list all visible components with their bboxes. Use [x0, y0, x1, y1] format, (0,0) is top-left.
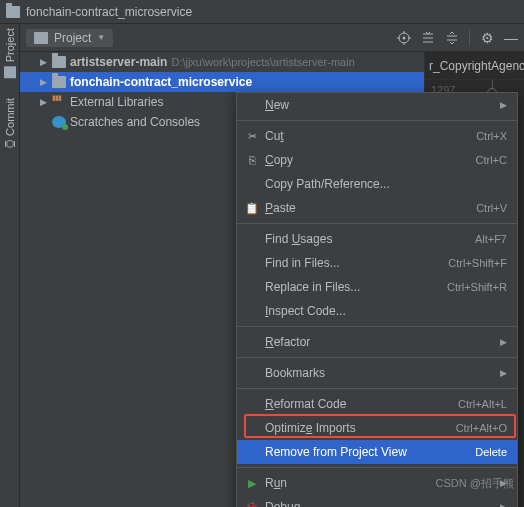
- debug-icon: 🐞: [243, 501, 261, 508]
- scratches-icon: [52, 116, 66, 128]
- editor-tab[interactable]: r_CopyrightAgency: [425, 52, 524, 80]
- expand-icon[interactable]: ▶: [38, 77, 48, 87]
- menu-new[interactable]: New ▶: [237, 93, 517, 117]
- tree-item-label: External Libraries: [70, 95, 163, 109]
- menu-label: Inspect Code...: [265, 304, 507, 318]
- menu-label: Remove from Project View: [265, 445, 475, 459]
- hide-icon[interactable]: —: [504, 31, 518, 45]
- submenu-arrow-icon: ▶: [500, 502, 507, 507]
- folder-icon: [6, 6, 20, 18]
- submenu-arrow-icon: ▶: [500, 368, 507, 378]
- shortcut: Ctrl+X: [476, 130, 507, 142]
- project-view-selector[interactable]: Project ▼: [26, 29, 113, 47]
- tree-item-label: Scratches and Consoles: [70, 115, 200, 129]
- expand-icon[interactable]: ▶: [38, 57, 48, 67]
- shortcut: Ctrl+V: [476, 202, 507, 214]
- rail-commit-tab[interactable]: Commit: [4, 98, 16, 148]
- rail-project-tab[interactable]: Project: [4, 28, 16, 78]
- scissors-icon: ✂: [243, 130, 261, 143]
- shortcut: Ctrl+C: [476, 154, 507, 166]
- shortcut: Delete: [475, 446, 507, 458]
- context-menu: New ▶ ✂ Cut Ctrl+X ⎘ Copy Ctrl+C Copy Pa…: [236, 92, 518, 507]
- watermark: CSDN @招手熊: [436, 476, 514, 491]
- menu-label: Reformat Code: [265, 397, 458, 411]
- menu-label: Paste: [265, 201, 476, 215]
- svg-point-1: [403, 36, 406, 39]
- project-icon: [4, 66, 16, 78]
- collapse-all-icon[interactable]: [445, 31, 459, 45]
- menu-paste[interactable]: 📋 Paste Ctrl+V: [237, 196, 517, 220]
- menu-remove-from-project-view[interactable]: Remove from Project View Delete: [237, 440, 517, 464]
- run-icon: ▶: [243, 477, 261, 490]
- shortcut: Ctrl+Shift+F: [448, 257, 507, 269]
- menu-bookmarks[interactable]: Bookmarks ▶: [237, 361, 517, 385]
- menu-label: Replace in Files...: [265, 280, 447, 294]
- menu-label: Refactor: [265, 335, 494, 349]
- menu-copy[interactable]: ⎘ Copy Ctrl+C: [237, 148, 517, 172]
- menu-label: Debug: [265, 500, 494, 507]
- submenu-arrow-icon: ▶: [500, 100, 507, 110]
- folder-icon: [34, 32, 48, 44]
- tree-row-selected[interactable]: ▶ fonchain-contract_microservice: [20, 72, 424, 92]
- menu-separator: [237, 326, 517, 327]
- menu-label: Optimize Imports: [265, 421, 456, 435]
- shortcut: Alt+F7: [475, 233, 507, 245]
- shortcut: Ctrl+Shift+R: [447, 281, 507, 293]
- menu-label: Copy: [265, 153, 476, 167]
- shortcut: Ctrl+Alt+O: [456, 422, 507, 434]
- menu-label: Find Usages: [265, 232, 475, 246]
- menu-refactor[interactable]: Refactor ▶: [237, 330, 517, 354]
- divider: [469, 30, 470, 46]
- menu-separator: [237, 223, 517, 224]
- menu-label: Find in Files...: [265, 256, 448, 270]
- commit-icon: [5, 140, 15, 148]
- tool-window-header: Project ▼ ⚙ —: [20, 24, 524, 52]
- menu-copy-path[interactable]: Copy Path/Reference...: [237, 172, 517, 196]
- menu-separator: [237, 467, 517, 468]
- editor-tab-label: r_CopyrightAgency: [429, 59, 524, 73]
- tree-item-path: D:\jjxu\work\projects\artistserver-main: [171, 56, 354, 68]
- target-icon[interactable]: [397, 31, 411, 45]
- tree-item-label: fonchain-contract_microservice: [70, 75, 252, 89]
- window-title: fonchain-contract_microservice: [26, 5, 192, 19]
- copy-icon: ⎘: [243, 154, 261, 166]
- paste-icon: 📋: [243, 202, 261, 215]
- menu-label: Copy Path/Reference...: [265, 177, 507, 191]
- menu-separator: [237, 120, 517, 121]
- tree-row[interactable]: ▶ artistserver-main D:\jjxu\work\project…: [20, 52, 424, 72]
- menu-separator: [237, 388, 517, 389]
- title-bar: fonchain-contract_microservice: [0, 0, 524, 24]
- submenu-arrow-icon: ▶: [500, 337, 507, 347]
- gear-icon[interactable]: ⚙: [480, 31, 494, 45]
- menu-inspect-code[interactable]: Inspect Code...: [237, 299, 517, 323]
- menu-reformat[interactable]: Reformat Code Ctrl+Alt+L: [237, 392, 517, 416]
- left-rail: Project Commit: [0, 24, 20, 507]
- menu-optimize-imports[interactable]: Optimize Imports Ctrl+Alt+O: [237, 416, 517, 440]
- menu-label: Bookmarks: [265, 366, 494, 380]
- folder-icon: [52, 76, 66, 88]
- library-icon: [52, 96, 66, 108]
- menu-debug[interactable]: 🐞 Debug ▶: [237, 495, 517, 507]
- shortcut: Ctrl+Alt+L: [458, 398, 507, 410]
- rail-commit-label: Commit: [4, 98, 16, 136]
- menu-separator: [237, 357, 517, 358]
- project-view-label: Project: [54, 31, 91, 45]
- rail-project-label: Project: [4, 28, 16, 62]
- menu-cut[interactable]: ✂ Cut Ctrl+X: [237, 124, 517, 148]
- menu-find-usages[interactable]: Find Usages Alt+F7: [237, 227, 517, 251]
- chevron-down-icon: ▼: [97, 33, 105, 42]
- menu-replace-in-files[interactable]: Replace in Files... Ctrl+Shift+R: [237, 275, 517, 299]
- expand-all-icon[interactable]: [421, 31, 435, 45]
- menu-label: Cut: [265, 129, 476, 143]
- toolbar-actions: ⚙ —: [397, 30, 518, 46]
- menu-find-in-files[interactable]: Find in Files... Ctrl+Shift+F: [237, 251, 517, 275]
- tree-item-label: artistserver-main: [70, 55, 167, 69]
- folder-icon: [52, 56, 66, 68]
- menu-label: New: [265, 98, 494, 112]
- expand-icon[interactable]: ▶: [38, 97, 48, 107]
